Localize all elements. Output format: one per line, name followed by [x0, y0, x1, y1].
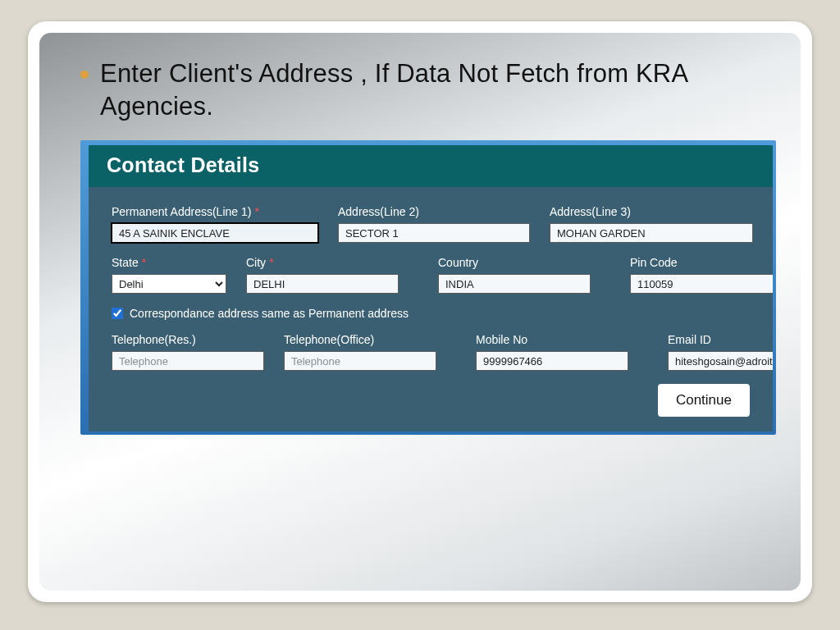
panel-body: Permanent Address(Line 1)* Address(Line …: [89, 187, 773, 431]
input-mobile[interactable]: [476, 351, 628, 371]
row-location: State* Delhi City* Country: [112, 256, 750, 294]
same-address-row: Correspondance address same as Permanent…: [112, 307, 750, 320]
label-city-text: City: [246, 256, 266, 269]
field-state: State* Delhi: [112, 256, 226, 294]
input-addr2[interactable]: [338, 223, 530, 243]
form-panel-wrap: Contact Details Permanent Address(Line 1…: [80, 140, 776, 435]
label-email: Email ID: [668, 333, 773, 346]
label-addr1: Permanent Address(Line 1)*: [112, 205, 318, 218]
checkbox-same-address[interactable]: [112, 308, 123, 319]
label-same-address: Correspondance address same as Permanent…: [130, 307, 409, 320]
label-addr2: Address(Line 2): [338, 205, 530, 218]
row-contact: Telephone(Res.) Telephone(Office) Mobile…: [112, 333, 750, 371]
slide-inner: Enter Client's Address , If Data Not Fet…: [39, 33, 801, 591]
label-addr1-text: Permanent Address(Line 1): [112, 205, 251, 218]
input-tel-res[interactable]: [112, 351, 264, 371]
button-row: Continue: [112, 384, 750, 417]
field-addr3: Address(Line 3): [550, 205, 753, 243]
field-addr2: Address(Line 2): [338, 205, 530, 243]
required-marker: *: [254, 205, 258, 218]
required-marker: *: [269, 256, 273, 269]
bullet-icon: [80, 71, 89, 79]
field-mobile: Mobile No: [476, 333, 628, 371]
continue-button[interactable]: Continue: [658, 384, 750, 417]
input-pin[interactable]: [630, 274, 773, 294]
field-addr1: Permanent Address(Line 1)*: [112, 205, 318, 243]
row-address: Permanent Address(Line 1)* Address(Line …: [112, 205, 750, 243]
label-mobile: Mobile No: [476, 333, 628, 346]
required-marker: *: [142, 256, 146, 269]
label-state: State*: [112, 256, 226, 269]
input-addr1[interactable]: [112, 223, 318, 243]
input-city[interactable]: [246, 274, 399, 294]
field-email: Email ID: [668, 333, 773, 371]
input-tel-off[interactable]: [284, 351, 436, 371]
bullet-text: Enter Client's Address , If Data Not Fet…: [100, 57, 776, 122]
label-state-text: State: [112, 256, 139, 269]
select-state[interactable]: Delhi: [112, 274, 226, 294]
input-email[interactable]: [668, 351, 773, 371]
input-country[interactable]: [438, 274, 591, 294]
label-city: City*: [246, 256, 399, 269]
label-tel-res: Telephone(Res.): [112, 333, 264, 346]
field-tel-res: Telephone(Res.): [112, 333, 264, 371]
panel-title: Contact Details: [89, 145, 773, 187]
label-tel-off: Telephone(Office): [284, 333, 436, 346]
label-addr3: Address(Line 3): [550, 205, 753, 218]
label-pin: Pin Code: [630, 256, 773, 269]
bullet-line: Enter Client's Address , If Data Not Fet…: [80, 57, 776, 122]
input-addr3[interactable]: [550, 223, 753, 243]
form-panel: Contact Details Permanent Address(Line 1…: [89, 145, 773, 431]
label-country: Country: [438, 256, 591, 269]
field-tel-off: Telephone(Office): [284, 333, 436, 371]
field-country: Country: [438, 256, 591, 294]
slide-card: Enter Client's Address , If Data Not Fet…: [28, 21, 812, 602]
field-pin: Pin Code: [630, 256, 773, 294]
field-city: City*: [246, 256, 399, 294]
